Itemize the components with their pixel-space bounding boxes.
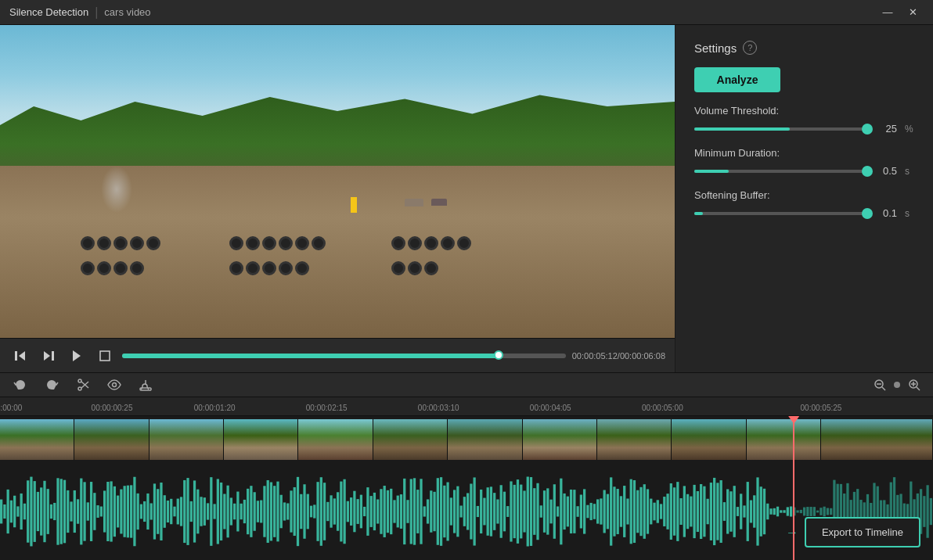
svg-rect-37 — [53, 503, 56, 520]
svg-line-17 — [917, 387, 920, 390]
svg-rect-300 — [930, 498, 932, 525]
svg-rect-178 — [523, 490, 525, 532]
ruler-mark-5: 00:00:04:05 — [530, 404, 571, 412]
svg-rect-84 — [210, 477, 212, 546]
softening-buffer-slider-row: 0.1 s — [694, 207, 914, 219]
redo-button[interactable] — [41, 374, 63, 396]
svg-rect-33 — [40, 487, 42, 535]
svg-rect-161 — [467, 493, 469, 529]
svg-rect-257 — [787, 507, 789, 515]
svg-rect-25 — [13, 496, 16, 528]
svg-rect-35 — [47, 489, 49, 534]
svg-rect-42 — [70, 501, 72, 521]
svg-rect-117 — [320, 477, 322, 546]
svg-marker-0 — [19, 351, 25, 361]
svg-rect-207 — [620, 496, 622, 526]
svg-rect-213 — [639, 487, 642, 536]
svg-rect-231 — [700, 484, 702, 539]
svg-rect-1 — [15, 351, 17, 361]
svg-rect-160 — [463, 497, 466, 526]
svg-rect-63 — [140, 504, 142, 519]
minimum-duration-slider[interactable] — [694, 170, 867, 173]
zoom-out-button[interactable] — [870, 375, 889, 394]
app-title: Silence Detection — [9, 6, 88, 18]
softening-buffer-slider[interactable] — [694, 212, 867, 215]
minimum-duration-slider-row: 0.5 s — [694, 165, 914, 177]
svg-rect-174 — [510, 481, 512, 541]
svg-rect-41 — [67, 490, 69, 533]
tire — [81, 261, 95, 275]
svg-line-14 — [882, 387, 885, 390]
svg-rect-101 — [267, 480, 269, 543]
tire — [113, 236, 128, 250]
svg-rect-220 — [663, 497, 665, 526]
ruler-mark-4: 00:00:03:10 — [418, 404, 459, 412]
tire — [262, 261, 276, 275]
svg-rect-168 — [490, 486, 492, 536]
svg-rect-36 — [50, 504, 52, 519]
svg-rect-137 — [387, 490, 389, 533]
svg-rect-173 — [506, 506, 509, 517]
info-icon[interactable]: ? — [743, 41, 757, 55]
svg-rect-223 — [673, 487, 675, 535]
zoom-in-button[interactable] — [905, 375, 924, 394]
minimum-duration-fill — [694, 170, 729, 173]
step-forward-button[interactable] — [38, 345, 59, 367]
svg-rect-241 — [733, 486, 736, 537]
svg-rect-258 — [790, 506, 792, 516]
person-yellow — [351, 197, 357, 213]
svg-rect-64 — [143, 501, 146, 522]
svg-rect-145 — [413, 478, 416, 544]
undo-button[interactable] — [9, 374, 31, 396]
play-button[interactable] — [66, 345, 88, 367]
svg-rect-201 — [600, 498, 602, 524]
svg-rect-158 — [456, 486, 459, 537]
svg-rect-99 — [260, 501, 262, 523]
crop-button[interactable] — [94, 345, 116, 367]
volume-threshold-fill — [694, 127, 790, 131]
svg-rect-118 — [323, 483, 326, 540]
settings-panel: Settings ? Analyze Volume Threshold: 25 … — [675, 25, 933, 372]
progress-bar[interactable] — [122, 354, 566, 358]
title-bar: Silence Detection | cars video — ✕ — [0, 0, 933, 25]
minimum-duration-handle[interactable] — [862, 166, 873, 177]
analyze-button[interactable]: Analyze — [694, 67, 780, 92]
volume-threshold-slider[interactable] — [694, 127, 867, 131]
svg-rect-183 — [540, 505, 542, 517]
export-to-timeline-button[interactable]: Export to Timeline — [805, 517, 920, 547]
svg-rect-150 — [430, 490, 432, 532]
close-button[interactable]: ✕ — [902, 4, 924, 21]
tire-row-5 — [391, 236, 471, 250]
svg-rect-135 — [380, 489, 382, 534]
progress-handle[interactable] — [494, 350, 503, 360]
ruler-mark-6: 00:00:05:00 — [642, 404, 683, 412]
svg-rect-67 — [153, 483, 156, 539]
step-back-button[interactable] — [9, 345, 31, 367]
svg-rect-255 — [780, 510, 782, 512]
svg-rect-109 — [294, 487, 296, 536]
video-controls: 00:00:05:12/00:00:06:08 — [0, 338, 675, 372]
svg-rect-202 — [603, 490, 606, 533]
eye-button[interactable] — [103, 374, 125, 396]
volume-threshold-handle[interactable] — [862, 124, 873, 135]
minimize-button[interactable]: — — [877, 4, 899, 21]
svg-rect-54 — [110, 481, 112, 541]
tire — [408, 261, 422, 275]
softening-buffer-fill — [694, 212, 703, 215]
svg-rect-92 — [236, 492, 239, 532]
svg-rect-50 — [96, 505, 99, 518]
softening-buffer-handle[interactable] — [862, 208, 873, 219]
clip-segment — [224, 419, 298, 460]
ruler-mark-3: 00:00:02:15 — [306, 404, 348, 412]
cut-button[interactable] — [72, 374, 94, 396]
window-title: cars video — [104, 6, 150, 18]
brush-button[interactable] — [135, 374, 157, 396]
svg-rect-163 — [474, 477, 476, 545]
svg-rect-250 — [763, 489, 765, 534]
svg-rect-107 — [286, 503, 289, 519]
svg-rect-93 — [240, 504, 243, 519]
tire — [81, 236, 95, 250]
cars-background — [405, 199, 447, 206]
svg-rect-82 — [204, 497, 206, 526]
svg-rect-61 — [133, 477, 135, 547]
